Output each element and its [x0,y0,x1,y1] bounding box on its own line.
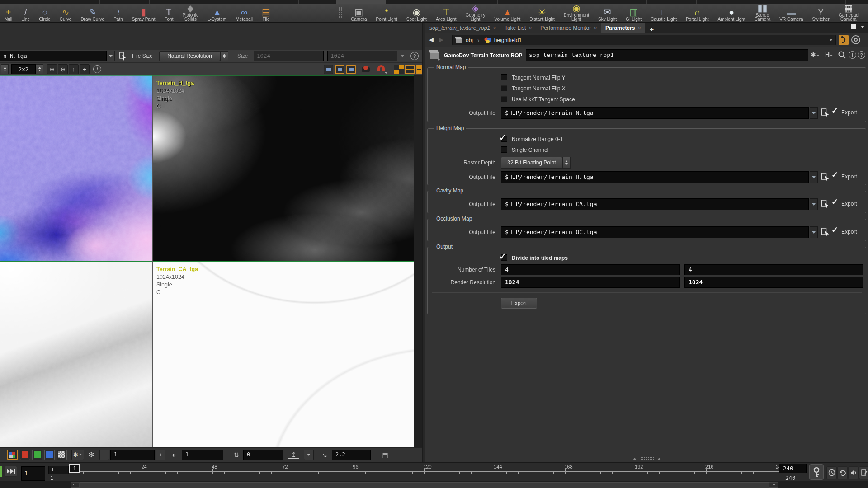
pane-maximize-icon[interactable] [851,24,856,29]
shelf-tool-draw-curve[interactable]: ✎Draw Curve [76,4,109,22]
link-editor-button[interactable] [839,35,849,45]
output-file-field[interactable]: $HIP/render/Terrain_OC.tga [501,226,809,238]
resolution-dropdown[interactable]: Natural Resolution [159,51,220,61]
keyframe-button[interactable] [809,464,824,480]
shelf-tool-null[interactable]: +Null [0,4,17,22]
resolution-y-field[interactable]: 1024 [684,277,863,288]
playbar-scroll-grip-left[interactable]: ⋯ [71,482,80,488]
toolbar-grip[interactable] [338,7,343,19]
pane-splitter[interactable] [422,23,425,462]
tab-close-icon[interactable]: × [493,26,496,31]
shelf-tab-active[interactable] [336,0,386,4]
shelf-tool-sky-light[interactable]: ✉Sky Light [594,4,621,22]
breadcrumb-dropdown-icon[interactable] [829,39,833,41]
shelf-tool-line[interactable]: /Line [17,4,34,22]
viewer-file-input[interactable]: n_N.tga [0,51,107,61]
breadcrumb-context[interactable]: obj [466,37,473,43]
zoom-in-button[interactable]: ⊕ [47,64,57,74]
raster-depth-spinner[interactable] [562,157,571,169]
output-file-dropdown[interactable] [810,198,818,210]
resolution-spinner[interactable] [220,51,228,61]
export-checkbox[interactable]: ✓ [831,170,838,180]
shelf-tool-metaball[interactable]: ∞Metaball [231,4,257,22]
shelf-tool-portal-light[interactable]: ∩Portal Light [681,4,713,22]
tiles-y-field[interactable]: 4 [684,264,863,275]
resolution-x-field[interactable]: 1024 [501,277,680,288]
info-icon[interactable]: i [93,65,101,73]
lut-dropdown-button[interactable] [304,450,314,460]
help-circle-icon[interactable]: ? [858,51,865,59]
new-tab-button[interactable]: + [645,25,658,33]
channel-alpha-button[interactable] [57,450,67,460]
houdini-help-icon[interactable]: H [825,51,833,58]
output-file-field[interactable]: $HIP/render/Terrain_N.tga [501,107,809,119]
shelf-tool-l-system[interactable]: ▲L-System [203,4,231,22]
checkbox-tangent-flip-y[interactable] [501,74,507,80]
display-options-button[interactable]: ✻ [71,450,84,460]
annotate-button[interactable] [859,466,868,479]
snapshot-icon[interactable] [361,65,373,74]
pane-tab-parameters[interactable]: Parameters× [601,23,645,33]
shelf-tool-point-light[interactable]: *Point Light [372,4,402,22]
current-frame-indicator[interactable]: 1 [69,464,80,473]
channel-blue-button[interactable] [44,450,55,460]
shelf-tool-file[interactable]: ▤File [257,4,275,22]
shelf-tool-vr-camera[interactable]: ▬VR Camera [775,4,807,22]
tab-close-icon[interactable]: × [529,26,532,31]
exposure-plus-button[interactable]: + [156,450,165,460]
pane-tab-sop-terrain-texture-rop1[interactable]: sop_terrain_texture_rop1× [425,23,500,33]
node-type-icon[interactable] [429,49,441,61]
section-title[interactable]: Height Map [434,125,466,131]
playbar-scroll-grip-right[interactable]: ⋯ [769,482,778,488]
output-file-dropdown[interactable] [810,171,818,183]
shelf-tool-spot-light[interactable]: ◉Spot Light [402,4,431,22]
shelf-tool-camera[interactable]: ▣Camera [346,4,372,22]
offset-field[interactable]: 0 [243,450,283,460]
viewer-file-dropdown[interactable] [107,51,115,61]
checkbox-single-channel[interactable] [501,146,507,153]
search-icon[interactable] [838,51,847,60]
pane-bottom-grip[interactable] [629,456,665,461]
nav-back-icon[interactable]: ◀ [429,36,434,43]
range-icon[interactable]: ↥ [288,450,299,459]
export-checkbox[interactable]: ✓ [831,106,838,116]
home-view-button[interactable]: ↑ [69,64,79,74]
tile-layout-3-icon[interactable] [416,65,422,74]
view-toggle-2[interactable] [335,65,344,74]
help-icon[interactable]: ? [410,52,419,60]
frame-all-button[interactable]: + [80,64,90,74]
channel-rgba-button[interactable] [7,450,18,460]
raster-depth-dropdown[interactable]: 32 Bit Floating Point [501,157,562,169]
tile-layout-2-icon[interactable] [405,65,415,74]
view-toggle-3[interactable] [346,65,356,74]
section-title[interactable]: Occlusion Map [434,216,474,222]
export-button[interactable]: Export [501,298,537,309]
network-breadcrumb[interactable]: obj › heightfield1 [452,35,836,45]
shelf-tab-strip[interactable] [0,0,868,4]
size-width-field[interactable]: 1024 [254,51,324,61]
channel-red-button[interactable] [20,450,30,460]
shelf-tool-switcher[interactable]: YSwitcher [808,4,834,22]
output-file-dropdown[interactable] [810,107,818,119]
breadcrumb-node[interactable]: heightfield1 [494,37,522,43]
shelf-tool-font[interactable]: TFont [160,4,178,22]
layout-spinner[interactable] [36,64,43,74]
node-name-field[interactable]: sop_terrain_texture_rop1 [526,49,808,61]
section-title[interactable]: Cavity Map [434,188,466,194]
shelf-tool-ambient-light[interactable]: ●Ambient Light [713,4,750,22]
file-browse-icon[interactable] [821,108,830,118]
playback-controls-button[interactable] [826,466,837,479]
file-chooser-icon[interactable] [118,52,127,61]
output-file-dropdown[interactable] [810,226,818,238]
shelf-tool-gi-light[interactable]: ▥GI Light [621,4,646,22]
size-dropdown-icon[interactable] [401,55,404,57]
channel-green-button[interactable] [32,450,42,460]
tab-close-icon[interactable]: × [594,26,597,31]
range-end-field[interactable]: 240 [779,464,807,473]
composite-viewer[interactable]: Terrain_H_tga 1024x1024 Single C Terrain… [0,75,422,447]
shelf-tool-caustic-light[interactable]: ∟Caustic Light [646,4,681,22]
file-browse-icon[interactable] [821,227,830,237]
pane-menu-icon[interactable] [861,26,864,28]
scope-menu-icon[interactable]: ▤ [380,450,391,460]
file-browse-icon[interactable] [821,199,830,209]
